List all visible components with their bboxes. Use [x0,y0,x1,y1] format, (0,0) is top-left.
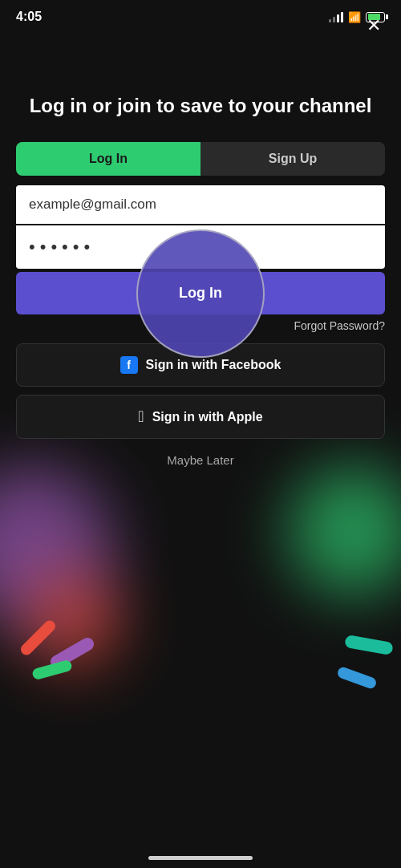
facebook-icon: f [120,356,138,374]
main-content: Log in or join to save to your channel L… [0,93,401,473]
inputs-wrapper [16,185,385,269]
page-title: Log in or join to save to your channel [16,93,385,118]
apple-signin-button[interactable]:  Sign in with Apple [16,395,385,439]
signal-icon [329,11,343,22]
forgot-password-link[interactable]: Forgot Password? [16,319,385,332]
facebook-signin-button[interactable]: f Sign in with Facebook [16,343,385,387]
status-time: 4:05 [16,10,42,24]
login-button[interactable]: Log In [16,272,385,314]
email-field[interactable] [16,185,385,224]
apple-icon:  [138,408,144,426]
status-bar: 4:05 📶 [0,0,401,29]
home-indicator [148,856,253,860]
background-decoration [0,563,401,724]
close-button[interactable]: ✕ [359,11,388,40]
tab-signup[interactable]: Sign Up [200,142,385,176]
login-button-wrapper: Log In Log In [16,272,385,314]
tab-switcher: Log In Sign Up [16,142,385,176]
password-field[interactable] [16,225,385,269]
maybe-later-link[interactable]: Maybe Later [16,447,385,473]
tab-login[interactable]: Log In [16,142,200,176]
